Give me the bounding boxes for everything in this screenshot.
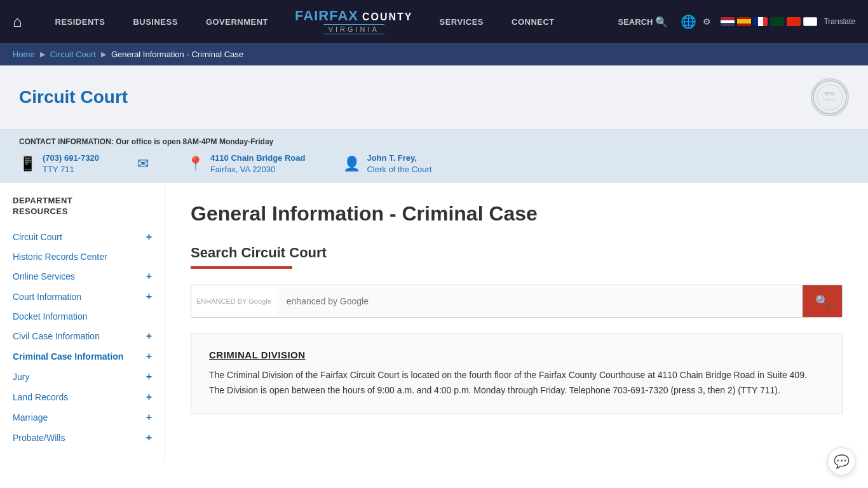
brand-county: COUNTY bbox=[362, 11, 413, 23]
sidebar-item-circuit-court[interactable]: Circuit Court + bbox=[0, 227, 165, 247]
gear-icon[interactable]: ⚙ bbox=[703, 17, 711, 27]
search-label[interactable]: SEARCH 🔍 bbox=[618, 16, 668, 28]
sidebar-item-label: Probate/Wills bbox=[13, 433, 65, 443]
sidebar-item-civil-case[interactable]: Civil Case Information + bbox=[0, 326, 165, 346]
breadcrumb-sep1: ▶ bbox=[40, 50, 45, 58]
contact-bar: CONTACT INFORMATION: Our office is open … bbox=[0, 130, 868, 183]
flag-kr[interactable] bbox=[803, 17, 817, 26]
expand-icon: + bbox=[146, 351, 152, 362]
brand-logo: FAIRFAX COUNTY VIRGINIA bbox=[282, 9, 425, 34]
sidebar-item-label: Jury bbox=[13, 372, 29, 382]
contact-phone-text: (703) 691-7320 TTY 711 bbox=[43, 152, 99, 175]
section-underline bbox=[191, 266, 292, 269]
globe-icon[interactable]: 🌐 bbox=[681, 14, 696, 29]
expand-icon: + bbox=[146, 371, 152, 383]
sidebar-item-probate[interactable]: Probate/Wills + bbox=[0, 428, 165, 448]
card-title: CRIMINAL DIVISION bbox=[209, 349, 824, 360]
nav-government[interactable]: GOVERNMENT bbox=[192, 17, 282, 27]
breadcrumb: Home ▶ Circuit Court ▶ General Informati… bbox=[0, 43, 868, 65]
nav-connect[interactable]: CONNECT bbox=[498, 17, 569, 27]
search-box: ENHANCED BY Google 🔍 bbox=[191, 285, 843, 318]
sidebar-item-label: Court Information bbox=[13, 292, 81, 302]
contact-note: CONTACT INFORMATION: Our office is open … bbox=[19, 137, 849, 146]
nav-business[interactable]: BUSINESS bbox=[119, 17, 191, 27]
flag-es[interactable] bbox=[737, 17, 751, 26]
sidebar-item-online-services[interactable]: Online Services + bbox=[0, 266, 165, 287]
svg-point-1 bbox=[817, 85, 843, 110]
expand-icon: + bbox=[146, 432, 152, 444]
card-text: The Criminal Division of the Fairfax Cir… bbox=[209, 368, 824, 398]
sidebar-item-label: Civil Case Information bbox=[13, 331, 100, 341]
contact-phone: 📱 (703) 691-7320 TTY 711 bbox=[19, 152, 99, 175]
search-button-icon: 🔍 bbox=[815, 294, 829, 308]
svg-text:SEAL: SEAL bbox=[824, 92, 836, 96]
sidebar-item-label: Docket Information bbox=[13, 311, 88, 322]
search-icon: 🔍 bbox=[655, 16, 668, 28]
content-area: General Information - Criminal Case Sear… bbox=[165, 183, 868, 461]
expand-icon: + bbox=[146, 271, 152, 282]
sidebar-item-label: Criminal Case Information bbox=[13, 351, 123, 362]
sidebar-item-label: Land Records bbox=[13, 392, 68, 402]
sidebar-item-marriage[interactable]: Marriage + bbox=[0, 407, 165, 428]
sidebar-item-court-information[interactable]: Court Information + bbox=[0, 287, 165, 307]
nav-right: SEARCH 🔍 🌐 ⚙ Translate bbox=[618, 14, 855, 29]
translate-label[interactable]: Translate bbox=[824, 17, 855, 26]
expand-icon: + bbox=[146, 391, 152, 403]
location-icon: 📍 bbox=[187, 156, 204, 172]
flag-pk[interactable] bbox=[770, 17, 784, 26]
contact-address-text: 4110 Chain Bridge Road Fairfax, VA 22030 bbox=[210, 152, 306, 175]
contact-items: 📱 (703) 691-7320 TTY 711 ✉ 📍 4110 Chain … bbox=[19, 152, 849, 175]
contact-email[interactable]: ✉ bbox=[137, 156, 149, 172]
breadcrumb-circuit-court[interactable]: Circuit Court bbox=[50, 50, 96, 59]
brand-virginia: VIRGINIA bbox=[323, 24, 384, 34]
nav-residents[interactable]: RESIDENTS bbox=[41, 17, 119, 27]
search-input[interactable] bbox=[276, 287, 803, 315]
svg-point-0 bbox=[813, 81, 846, 114]
flag-fr[interactable] bbox=[754, 17, 768, 26]
breadcrumb-sep2: ▶ bbox=[101, 50, 106, 58]
flag-us[interactable] bbox=[721, 17, 735, 26]
page-title: Circuit Court bbox=[19, 87, 128, 107]
brand-fairfax: FAIRFAX bbox=[295, 9, 358, 23]
sidebar-item-label: Online Services bbox=[13, 271, 75, 281]
sidebar-item-historic-records[interactable]: Historic Records Center bbox=[0, 247, 165, 266]
person-icon: 👤 bbox=[343, 156, 360, 172]
sidebar-item-criminal-case[interactable]: Criminal Case Information + bbox=[0, 346, 165, 367]
expand-icon: + bbox=[146, 330, 152, 342]
court-seal: SEAL FAIRFAX bbox=[811, 78, 849, 116]
nav-links: RESIDENTS BUSINESS GOVERNMENT FAIRFAX CO… bbox=[41, 9, 618, 34]
sidebar-item-land-records[interactable]: Land Records + bbox=[0, 387, 165, 407]
svg-text:FAIRFAX: FAIRFAX bbox=[824, 98, 837, 102]
search-button[interactable]: 🔍 bbox=[803, 285, 842, 317]
contact-clerk: 👤 John T. Frey, Clerk of the Court bbox=[343, 152, 431, 175]
contact-clerk-text: John T. Frey, Clerk of the Court bbox=[367, 152, 431, 175]
sidebar-item-label: Circuit Court bbox=[13, 232, 62, 242]
sidebar-item-jury[interactable]: Jury + bbox=[0, 367, 165, 387]
sidebar-title: DEPARTMENTRESOURCES bbox=[0, 196, 165, 227]
expand-icon: + bbox=[146, 231, 152, 243]
content-page-title: General Information - Criminal Case bbox=[191, 202, 843, 226]
sidebar-item-label: Marriage bbox=[13, 412, 48, 423]
nav-services[interactable]: SERVICES bbox=[426, 17, 498, 27]
expand-icon: + bbox=[146, 412, 152, 423]
home-icon[interactable]: ⌂ bbox=[13, 13, 22, 30]
phone-icon: 📱 bbox=[19, 156, 36, 172]
criminal-division-card: CRIMINAL DIVISION The Criminal Division … bbox=[191, 334, 843, 414]
page-header: Circuit Court SEAL FAIRFAX bbox=[0, 65, 868, 130]
flag-row bbox=[721, 17, 817, 26]
sidebar: DEPARTMENTRESOURCES Circuit Court + Hist… bbox=[0, 183, 165, 461]
search-enhanced-label: ENHANCED BY Google bbox=[191, 297, 276, 305]
breadcrumb-home[interactable]: Home bbox=[13, 50, 35, 59]
sidebar-item-docket-information[interactable]: Docket Information bbox=[0, 307, 165, 326]
search-section-title: Search Circuit Court bbox=[191, 245, 843, 261]
sidebar-item-label: Historic Records Center bbox=[13, 252, 107, 262]
expand-icon: + bbox=[146, 291, 152, 302]
top-navigation: ⌂ RESIDENTS BUSINESS GOVERNMENT FAIRFAX … bbox=[0, 0, 868, 43]
contact-address: 📍 4110 Chain Bridge Road Fairfax, VA 220… bbox=[187, 152, 306, 175]
email-icon: ✉ bbox=[137, 156, 149, 172]
main-layout: DEPARTMENTRESOURCES Circuit Court + Hist… bbox=[0, 183, 868, 461]
breadcrumb-current: General Information - Criminal Case bbox=[111, 50, 243, 59]
flag-cn[interactable] bbox=[787, 17, 801, 26]
